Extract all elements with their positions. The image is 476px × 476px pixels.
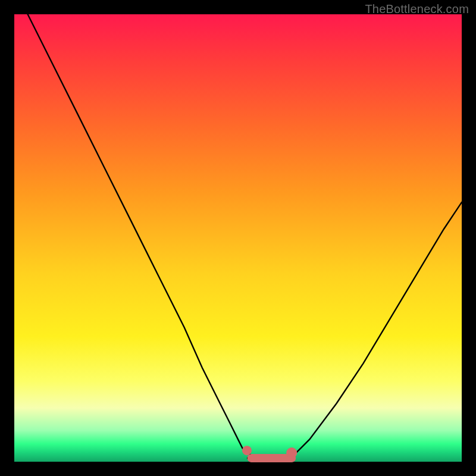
marker-dot-left <box>242 446 252 455</box>
watermark-text: TheBottleneck.com <box>365 2 469 16</box>
curve-left <box>28 14 292 459</box>
chart-svg <box>14 14 462 462</box>
chart-plot-area <box>14 14 462 462</box>
curve-right <box>292 202 462 458</box>
marker-dot-right <box>286 447 297 458</box>
